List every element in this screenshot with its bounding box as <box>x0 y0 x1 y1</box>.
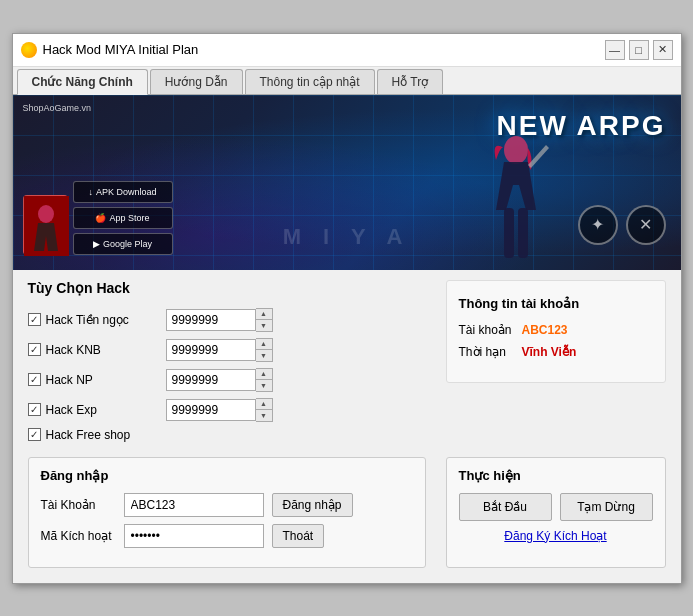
minimize-button[interactable]: — <box>605 40 625 60</box>
svg-rect-1 <box>504 208 514 258</box>
main-two-col: Tùy Chọn Hack ✓ Hack Tiền ngọc ▲ ▼ <box>28 280 666 442</box>
game-btn-left: ✦ <box>578 205 618 245</box>
input-wrap-tien-ngoc: ▲ ▼ <box>166 308 273 332</box>
cb-label-exp: Hack Exp <box>46 403 97 417</box>
action-section: Thực hiện Bắt Đầu Tạm Dừng Đăng Ký Kích … <box>446 457 666 568</box>
cb-exp[interactable]: ✓ <box>28 403 41 416</box>
tab-bar: Chức Năng Chính Hướng Dẫn Thông tin cập … <box>13 67 681 95</box>
svg-point-4 <box>38 205 54 223</box>
hack-row-knb: ✓ Hack KNB ▲ ▼ <box>28 338 426 362</box>
hack-row-exp: ✓ Hack Exp ▲ ▼ <box>28 398 426 422</box>
tab-huong-dan[interactable]: Hướng Dẫn <box>150 69 243 94</box>
cb-free-shop[interactable]: ✓ <box>28 428 41 441</box>
banner-logo: ShopAoGame.vn <box>23 103 92 113</box>
main-window: Hack Mod MIYA Initial Plan — □ ✕ Chức Nă… <box>12 33 682 584</box>
action-title: Thực hiện <box>459 468 653 483</box>
cb-tien-ngoc[interactable]: ✓ <box>28 313 41 326</box>
input-wrap-np: ▲ ▼ <box>166 368 273 392</box>
spin-exp: ▲ ▼ <box>256 398 273 422</box>
spin-up-tien-ngoc[interactable]: ▲ <box>256 309 272 320</box>
dang-nhap-button[interactable]: Đăng nhập <box>272 493 353 517</box>
maximize-button[interactable]: □ <box>629 40 649 60</box>
checkbox-knb: ✓ Hack KNB <box>28 343 158 357</box>
cb-label-np: Hack NP <box>46 373 93 387</box>
hack-options-title: Tùy Chọn Hack <box>28 280 426 296</box>
bat-dau-button[interactable]: Bắt Đầu <box>459 493 552 521</box>
tai-khoan-label: Tài khoản <box>459 323 514 337</box>
title-bar-left: Hack Mod MIYA Initial Plan <box>21 42 199 58</box>
checkbox-np: ✓ Hack NP <box>28 373 158 387</box>
content-area: Tùy Chọn Hack ✓ Hack Tiền ngọc ▲ ▼ <box>13 270 681 583</box>
banner-thumbnail <box>23 195 68 255</box>
spin-down-np[interactable]: ▼ <box>256 380 272 391</box>
left-column: Tùy Chọn Hack ✓ Hack Tiền ngọc ▲ ▼ <box>28 280 426 442</box>
game-btn-right: ✕ <box>626 205 666 245</box>
title-controls: — □ ✕ <box>605 40 673 60</box>
window-title: Hack Mod MIYA Initial Plan <box>43 42 199 57</box>
hack-row-np: ✓ Hack NP ▲ ▼ <box>28 368 426 392</box>
apk-download-btn[interactable]: ↓APK Download <box>73 181 173 203</box>
tai-khoan-form-label: Tài Khoản <box>41 498 116 512</box>
thoi-han-row: Thời hạn Vĩnh Viễn <box>459 345 653 359</box>
login-section: Đăng nhập Tài Khoản Đăng nhập Mã Kích ho… <box>28 457 426 568</box>
tai-khoan-input[interactable] <box>124 493 264 517</box>
banner-game-buttons: ✦ ✕ <box>578 205 666 245</box>
appstore-btn[interactable]: 🍎App Store <box>73 207 173 229</box>
spin-np: ▲ ▼ <box>256 368 273 392</box>
spin-down-tien-ngoc[interactable]: ▼ <box>256 320 272 331</box>
ma-kich-hoat-form-label: Mã Kích hoạt <box>41 529 116 543</box>
svg-point-0 <box>504 136 528 164</box>
tam-dung-button[interactable]: Tạm Dừng <box>560 493 653 521</box>
app-icon <box>21 42 37 58</box>
thoi-han-label: Thời hạn <box>459 345 514 359</box>
ma-kich-hoat-input[interactable] <box>124 524 264 548</box>
tai-khoan-form-row: Tài Khoản Đăng nhập <box>41 493 413 517</box>
input-np[interactable] <box>166 369 256 391</box>
checkbox-tien-ngoc: ✓ Hack Tiền ngọc <box>28 313 158 327</box>
tab-ho-tro[interactable]: Hỗ Trợ <box>377 69 444 94</box>
tab-chuc-nang[interactable]: Chức Năng Chính <box>17 69 148 95</box>
register-link[interactable]: Đăng Ký Kích Hoạt <box>459 529 653 543</box>
login-title: Đăng nhập <box>41 468 413 483</box>
spin-tien-ngoc: ▲ ▼ <box>256 308 273 332</box>
action-buttons: Bắt Đầu Tạm Dừng <box>459 493 653 521</box>
input-wrap-knb: ▲ ▼ <box>166 338 273 362</box>
hack-row-free-shop: ✓ Hack Free shop <box>28 428 426 442</box>
spin-up-np[interactable]: ▲ <box>256 369 272 380</box>
thoat-button[interactable]: Thoát <box>272 524 325 548</box>
banner: ShopAoGame.vn NEW ARPG M I Y A <box>13 95 681 270</box>
banner-miya-text: M I Y A <box>283 224 411 250</box>
title-bar: Hack Mod MIYA Initial Plan — □ ✕ <box>13 34 681 67</box>
character-silhouette <box>471 130 561 270</box>
bottom-section: Đăng nhập Tài Khoản Đăng nhập Mã Kích ho… <box>28 457 666 568</box>
checkbox-free-shop: ✓ Hack Free shop <box>28 428 158 442</box>
ma-kich-hoat-form-row: Mã Kích hoạt Thoát <box>41 524 413 548</box>
tai-khoan-row: Tài khoản ABC123 <box>459 323 653 337</box>
thoi-han-value: Vĩnh Viễn <box>522 345 577 359</box>
spin-up-knb[interactable]: ▲ <box>256 339 272 350</box>
account-info-box: Thông tin tài khoản Tài khoản ABC123 Thờ… <box>446 280 666 383</box>
close-button[interactable]: ✕ <box>653 40 673 60</box>
spin-down-exp[interactable]: ▼ <box>256 410 272 421</box>
input-wrap-exp: ▲ ▼ <box>166 398 273 422</box>
googleplay-btn[interactable]: ▶Google Play <box>73 233 173 255</box>
spin-down-knb[interactable]: ▼ <box>256 350 272 361</box>
banner-download-area: ↓APK Download 🍎App Store ▶Google Play <box>73 181 173 255</box>
cb-label-knb: Hack KNB <box>46 343 101 357</box>
input-knb[interactable] <box>166 339 256 361</box>
hack-row-tien-ngoc: ✓ Hack Tiền ngọc ▲ ▼ <box>28 308 426 332</box>
cb-label-free-shop: Hack Free shop <box>46 428 131 442</box>
input-exp[interactable] <box>166 399 256 421</box>
cb-knb[interactable]: ✓ <box>28 343 41 356</box>
hack-options-list: ✓ Hack Tiền ngọc ▲ ▼ <box>28 308 426 442</box>
cb-np[interactable]: ✓ <box>28 373 41 386</box>
account-info-title: Thông tin tài khoản <box>459 296 653 311</box>
tab-thong-tin[interactable]: Thông tin cập nhật <box>245 69 375 94</box>
input-tien-ngoc[interactable] <box>166 309 256 331</box>
tai-khoan-value: ABC123 <box>522 323 568 337</box>
spin-knb: ▲ ▼ <box>256 338 273 362</box>
checkbox-exp: ✓ Hack Exp <box>28 403 158 417</box>
spin-up-exp[interactable]: ▲ <box>256 399 272 410</box>
cb-label-tien-ngoc: Hack Tiền ngọc <box>46 313 129 327</box>
svg-rect-2 <box>518 208 528 258</box>
